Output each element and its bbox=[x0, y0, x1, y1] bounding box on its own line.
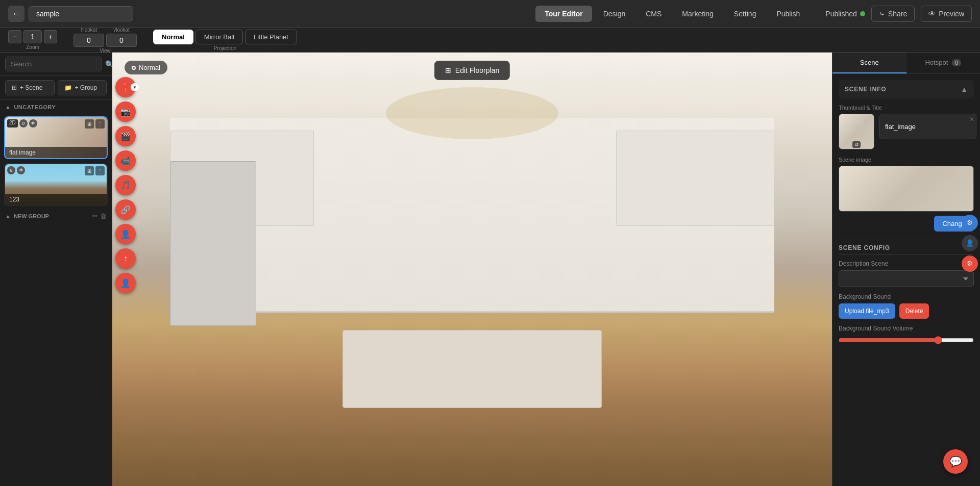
normal-dot bbox=[132, 66, 136, 70]
music-tool-button[interactable]: 🎵 bbox=[115, 175, 136, 195]
badge-2d: 2D bbox=[7, 119, 18, 127]
tab-design[interactable]: Design bbox=[594, 6, 635, 22]
tab-tour-editor[interactable]: Tour Editor bbox=[535, 6, 592, 22]
projection-label: Projection bbox=[214, 45, 236, 51]
normal-projection-button[interactable]: Normal bbox=[153, 30, 193, 44]
tab-setting[interactable]: Setting bbox=[725, 6, 766, 22]
volume-slider[interactable] bbox=[839, 336, 974, 344]
person-icon: 👤 bbox=[120, 229, 131, 239]
right-edge-icons: ⚙ 👤 ⚙ bbox=[960, 211, 980, 276]
mirror-ball-button[interactable]: Mirror Ball bbox=[195, 30, 243, 44]
vlookat-input[interactable] bbox=[106, 34, 137, 47]
hlookat-input[interactable] bbox=[74, 34, 104, 47]
right-panel-tabs: Scene Hotspot 0 bbox=[832, 53, 980, 74]
left-sidebar: 🔍 ⊞ + Scene 📁 + Group ▲ UNCATEGORY flat … bbox=[0, 53, 112, 486]
floorplan-icon: ⊞ bbox=[445, 66, 451, 74]
scene-grid-icon-123[interactable]: ⊞ bbox=[85, 166, 94, 175]
badge-lock-icon: 👁 bbox=[29, 119, 37, 127]
scene-card-123[interactable]: 123 9 👁 ⊞ ⋮ bbox=[4, 163, 108, 206]
user-tool-button[interactable]: 👤 bbox=[115, 273, 136, 293]
hotspot-icon: 📍 bbox=[120, 83, 131, 92]
scene-card-flat-image[interactable]: flat image 2D 0 👁 ⊞ ⋮ bbox=[4, 116, 108, 159]
zoom-section: − 1 + Zoom bbox=[8, 30, 57, 50]
description-select[interactable] bbox=[839, 270, 974, 287]
add-group-button[interactable]: 📁 + Group bbox=[58, 80, 107, 95]
preview-icon: 👁 bbox=[928, 10, 936, 18]
config-float-icon-3[interactable]: ⚙ bbox=[962, 255, 978, 272]
view-section: hlookat vlookat View bbox=[74, 27, 137, 54]
divider-1 bbox=[839, 239, 974, 239]
published-label: Published bbox=[825, 10, 857, 18]
photo-tool-button[interactable]: 📷 bbox=[115, 101, 136, 122]
video-tool-button[interactable]: 📹 bbox=[115, 150, 136, 171]
title-clear-button[interactable]: ✕ bbox=[969, 116, 974, 123]
background-sound-row: Upload file_mp3 Delete bbox=[839, 303, 974, 319]
scene-info-toggle[interactable]: ▲ bbox=[961, 85, 968, 93]
scene-thumb-123: 123 9 👁 ⊞ ⋮ bbox=[5, 164, 107, 205]
upload-mp3-button[interactable]: Upload file_mp3 bbox=[839, 303, 895, 319]
kitchen-island bbox=[342, 330, 602, 408]
preview-label: Preview bbox=[939, 10, 964, 18]
scene-title-input[interactable] bbox=[879, 114, 976, 139]
vlookat-group: vlookat bbox=[106, 27, 137, 47]
share-tool-button[interactable]: ↑ bbox=[115, 248, 136, 269]
music-icon: 🎵 bbox=[120, 181, 131, 190]
zoom-label: Zoom bbox=[26, 44, 39, 50]
share-button[interactable]: ⤷ Share bbox=[871, 6, 915, 22]
description-label: Description Scene bbox=[839, 260, 974, 267]
add-scene-icon: ⊞ bbox=[12, 84, 17, 91]
kitchen-background bbox=[112, 53, 832, 486]
top-nav: ← Tour Editor Design CMS Marketing Setti… bbox=[0, 0, 980, 28]
zoom-decrease-button[interactable]: − bbox=[8, 30, 21, 43]
project-name-input[interactable] bbox=[29, 6, 133, 21]
person-tool-button[interactable]: 👤 bbox=[115, 224, 136, 244]
delete-sound-button[interactable]: Delete bbox=[899, 303, 929, 319]
tab-scene[interactable]: Scene bbox=[832, 53, 906, 73]
add-scene-button[interactable]: ⊞ + Scene bbox=[5, 80, 55, 95]
zoom-increase-button[interactable]: + bbox=[44, 30, 57, 43]
share-icon: ⤷ bbox=[879, 10, 885, 18]
published-dot bbox=[860, 11, 865, 16]
tab-cms[interactable]: CMS bbox=[636, 6, 671, 22]
scene-image-preview bbox=[839, 166, 974, 212]
video-icon: 📹 bbox=[120, 156, 131, 166]
scene-more-icon[interactable]: ⋮ bbox=[95, 119, 105, 129]
add-scene-label: + Scene bbox=[20, 84, 42, 91]
video-thumb-icon: 🎬 bbox=[120, 132, 131, 141]
link-icon: 🔗 bbox=[120, 205, 131, 215]
share-icon: ↑ bbox=[124, 254, 128, 263]
thumbnail-title-row: ↺ ✕ bbox=[839, 114, 974, 149]
group-edit-button[interactable]: ✏ bbox=[92, 212, 98, 220]
hotspot-dropdown-arrow[interactable]: ▼ bbox=[131, 83, 139, 91]
config-float-icon-2[interactable]: 👤 bbox=[962, 235, 978, 251]
little-planet-button[interactable]: Little Planet bbox=[245, 30, 297, 44]
tab-publish[interactable]: Publish bbox=[767, 6, 809, 22]
zoom-controls: − 1 + bbox=[8, 30, 57, 43]
group-delete-button[interactable]: 🗑 bbox=[100, 212, 107, 220]
group-actions: ✏ 🗑 bbox=[92, 212, 107, 220]
link-tool-button[interactable]: 🔗 bbox=[115, 199, 136, 220]
background-sound-label: Background Sound bbox=[839, 293, 974, 300]
uncategory-header[interactable]: ▲ UNCATEGORY bbox=[0, 100, 112, 114]
preview-button[interactable]: 👁 Preview bbox=[921, 6, 972, 22]
chat-bubble[interactable]: 💬 bbox=[943, 449, 968, 474]
scene-thumb-flat-image: flat image 2D 0 👁 ⊞ ⋮ bbox=[5, 117, 107, 158]
config-float-icon-1[interactable]: ⚙ bbox=[962, 215, 978, 231]
chandelier bbox=[386, 87, 558, 139]
photo-icon: 📷 bbox=[120, 107, 131, 117]
projection-buttons: Normal Mirror Ball Little Planet bbox=[153, 30, 297, 44]
edit-floorplan-button[interactable]: ⊞ Edit Floorplan bbox=[434, 61, 510, 80]
new-group-header[interactable]: ▲ NEW GROUP ✏ 🗑 bbox=[0, 208, 112, 224]
volume-label: Background Sound Volume bbox=[839, 325, 974, 332]
back-button[interactable]: ← bbox=[8, 6, 24, 22]
tab-marketing[interactable]: Marketing bbox=[673, 6, 722, 22]
scene-grid-icon[interactable]: ⊞ bbox=[85, 119, 94, 129]
uncategory-label: UNCATEGORY bbox=[14, 104, 56, 110]
tab-hotspot[interactable]: Hotspot 0 bbox=[906, 53, 981, 73]
search-bar: 🔍 bbox=[0, 53, 112, 76]
video-thumb-tool-button[interactable]: 🎬 bbox=[115, 126, 136, 146]
hotspot-tool-button[interactable]: 📍 ▼ bbox=[115, 77, 136, 97]
scene-more-icon-123[interactable]: ⋮ bbox=[95, 166, 105, 175]
thumb-refresh-icon[interactable]: ↺ bbox=[852, 141, 861, 148]
search-input[interactable] bbox=[5, 57, 102, 71]
